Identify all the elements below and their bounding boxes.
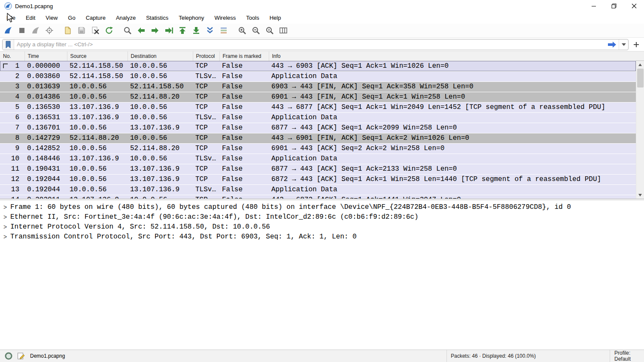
open-file-button[interactable]: [61, 24, 74, 36]
cell-protocol: TCP: [193, 195, 219, 199]
menu-item[interactable]: Wireless: [209, 13, 241, 23]
stop-capture-button[interactable]: [15, 24, 28, 36]
scroll-up-button[interactable]: [636, 61, 644, 68]
packet-row[interactable]: 14 0.202011 13.107.136.9 10.0.0.56 TCP F…: [0, 195, 636, 199]
packet-detail-line[interactable]: Ethernet II, Src: Fortinet_3e:4a:4f (90:…: [0, 212, 644, 222]
close-file-icon: [91, 26, 100, 35]
restore-button[interactable]: [604, 0, 624, 12]
close-button[interactable]: [624, 0, 644, 12]
menu-item[interactable]: Statistics: [141, 13, 173, 23]
resize-columns-icon: [279, 26, 288, 35]
display-filter-field: [2, 39, 629, 50]
capture-comment-icon[interactable]: [17, 352, 25, 360]
packet-detail-line[interactable]: Transmission Control Protocol, Src Port:…: [0, 232, 644, 241]
restart-capture-button[interactable]: [29, 24, 42, 36]
packet-row[interactable]: 9 0.142852 10.0.0.56 52.114.88.20 TCP Fa…: [0, 143, 636, 154]
find-packet-button[interactable]: [121, 24, 134, 36]
packet-row[interactable]: 2 0.003860 52.114.158.50 10.0.0.56 TLSv……: [0, 71, 636, 81]
apply-arrow-icon: [607, 41, 617, 48]
expand-chevron-icon[interactable]: [0, 204, 10, 211]
close-icon: [632, 3, 637, 9]
cell-no: 6: [0, 112, 24, 123]
go-last-packet-button[interactable]: [190, 24, 202, 36]
start-capture-fin-icon: [3, 26, 13, 35]
resize-columns-button[interactable]: [277, 24, 289, 36]
menu-item[interactable]: Tools: [241, 13, 264, 23]
filter-bookmark-button[interactable]: [3, 39, 14, 50]
menu-item[interactable]: Capture: [81, 13, 111, 23]
expert-info-icon[interactable]: [5, 352, 12, 360]
cell-time: 0.202011: [24, 195, 67, 199]
cell-frame-is-marked: False: [219, 133, 269, 143]
column-header[interactable]: No.: [0, 51, 24, 61]
minimize-button[interactable]: [583, 0, 604, 12]
column-header[interactable]: Frame is marked: [219, 51, 269, 61]
menu-item[interactable]: View: [40, 13, 63, 23]
packet-row[interactable]: 10 0.148446 13.107.136.9 10.0.0.56 TLSv……: [0, 154, 636, 164]
packet-row[interactable]: 1 0.000000 52.114.158.50 10.0.0.56 TCP F…: [0, 61, 636, 71]
expand-chevron-icon[interactable]: [0, 214, 10, 220]
display-filter-input[interactable]: [14, 41, 605, 48]
packet-row[interactable]: 5 0.136530 13.107.136.9 10.0.0.56 TCP Fa…: [0, 102, 636, 112]
go-back-button[interactable]: [135, 24, 147, 36]
start-capture-button[interactable]: [2, 24, 14, 36]
zoom-normal-button[interactable]: [263, 24, 276, 36]
filter-apply-button[interactable]: [605, 39, 619, 50]
zoom-out-button[interactable]: [249, 24, 262, 36]
packet-row[interactable]: 7 0.136701 10.0.0.56 13.107.136.9 TCP Fa…: [0, 123, 636, 133]
filter-dropdown-button[interactable]: [619, 39, 628, 50]
auto-scroll-button[interactable]: [204, 24, 216, 36]
zoom-in-button[interactable]: [236, 24, 248, 36]
expand-chevron-icon[interactable]: [0, 223, 10, 230]
search-icon: [123, 26, 132, 35]
go-forward-button[interactable]: [149, 24, 161, 36]
scroll-down-button[interactable]: [636, 191, 644, 199]
cell-no: 1: [0, 61, 24, 71]
packet-detail-line[interactable]: Internet Protocol Version 4, Src: 52.114…: [0, 222, 644, 232]
cell-no: 5: [0, 102, 24, 112]
scrollbar-thumb[interactable]: [637, 69, 644, 87]
menu-item[interactable]: Analyze: [111, 13, 141, 23]
cell-source: 13.107.136.9: [67, 195, 128, 199]
auto-scroll-icon: [205, 26, 215, 35]
packet-row[interactable]: 6 0.136531 13.107.136.9 10.0.0.56 TLSv… …: [0, 112, 636, 123]
cell-protocol: TCP: [193, 102, 219, 112]
menu-item[interactable]: Edit: [21, 13, 40, 23]
column-header[interactable]: Time: [24, 51, 67, 61]
add-filter-button[interactable]: [631, 39, 642, 50]
save-icon: [77, 26, 86, 35]
status-profile[interactable]: Profile: Default: [610, 350, 644, 362]
status-filename: Demo1.pcapng: [30, 353, 65, 359]
save-file-button[interactable]: [75, 24, 88, 36]
column-header[interactable]: Protocol: [193, 51, 219, 61]
packet-row[interactable]: 3 0.013639 10.0.0.56 52.114.158.50 TCP F…: [0, 81, 636, 92]
status-packet-counts: Packets: 46 · Displayed: 46 (100.0%): [447, 350, 610, 362]
expand-chevron-icon[interactable]: [0, 233, 10, 240]
packet-table: No.TimeSourceDestinationProtocolFrame is…: [0, 51, 636, 199]
column-header[interactable]: Destination: [128, 51, 193, 61]
packet-row[interactable]: 4 0.014386 10.0.0.56 52.114.88.20 TCP Fa…: [0, 92, 636, 102]
menu-item[interactable]: File: [1, 13, 21, 23]
column-header[interactable]: Source: [67, 51, 128, 61]
cell-protocol: TLSv…: [193, 184, 219, 195]
packet-row[interactable]: 13 0.192044 10.0.0.56 13.107.136.9 TLSv……: [0, 184, 636, 195]
cell-frame-is-marked: False: [219, 154, 269, 164]
menu-item[interactable]: Go: [63, 13, 80, 23]
packet-list-scrollbar[interactable]: [636, 61, 644, 199]
cell-destination: 52.114.158.50: [128, 81, 193, 92]
cell-destination: 13.107.136.9: [128, 164, 193, 174]
cell-frame-is-marked: False: [219, 174, 269, 184]
reload-file-button[interactable]: [103, 24, 115, 36]
column-header[interactable]: Info: [269, 51, 636, 61]
go-to-packet-button[interactable]: [162, 24, 175, 36]
packet-row[interactable]: 11 0.190431 10.0.0.56 13.107.136.9 TCP F…: [0, 164, 636, 174]
menu-item[interactable]: Help: [264, 13, 286, 23]
colorize-packets-button[interactable]: [217, 24, 230, 36]
close-file-button[interactable]: [89, 24, 101, 36]
go-first-packet-button[interactable]: [176, 24, 188, 36]
packet-row[interactable]: 12 0.192044 10.0.0.56 13.107.136.9 TCP F…: [0, 174, 636, 184]
capture-options-button[interactable]: [43, 24, 55, 36]
packet-row[interactable]: 8 0.142729 52.114.88.20 10.0.0.56 TCP Fa…: [0, 133, 636, 143]
menu-item[interactable]: Telephony: [173, 13, 209, 23]
packet-detail-line[interactable]: Frame 1: 60 bytes on wire (480 bits), 60…: [0, 202, 644, 212]
